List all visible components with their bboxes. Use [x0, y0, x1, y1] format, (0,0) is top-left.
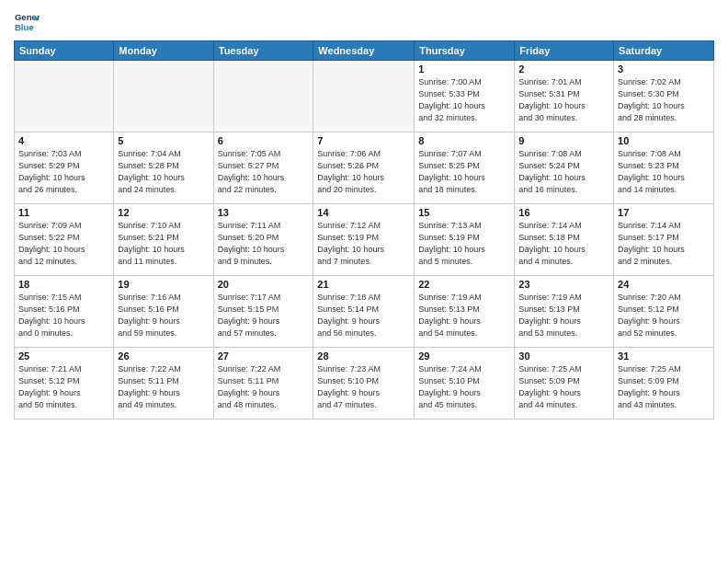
- day-number: 13: [218, 207, 310, 218]
- calendar-cell: 5Sunrise: 7:04 AM Sunset: 5:28 PM Daylig…: [114, 132, 213, 204]
- calendar-cell: 16Sunrise: 7:14 AM Sunset: 5:18 PM Dayli…: [515, 204, 614, 276]
- day-info: Sunrise: 7:18 AM Sunset: 5:14 PM Dayligh…: [317, 292, 410, 339]
- weekday-header-row: SundayMondayTuesdayWednesdayThursdayFrid…: [15, 41, 714, 61]
- calendar-cell: 4Sunrise: 7:03 AM Sunset: 5:29 PM Daylig…: [15, 132, 114, 204]
- day-number: 15: [418, 207, 510, 218]
- calendar-cell: 11Sunrise: 7:09 AM Sunset: 5:22 PM Dayli…: [15, 204, 114, 276]
- calendar-cell: 12Sunrise: 7:10 AM Sunset: 5:21 PM Dayli…: [114, 204, 213, 276]
- day-info: Sunrise: 7:16 AM Sunset: 5:16 PM Dayligh…: [118, 292, 209, 339]
- day-info: Sunrise: 7:02 AM Sunset: 5:30 PM Dayligh…: [618, 76, 710, 124]
- calendar-cell: 28Sunrise: 7:23 AM Sunset: 5:10 PM Dayli…: [313, 348, 415, 419]
- calendar-cell: 14Sunrise: 7:12 AM Sunset: 5:19 PM Dayli…: [313, 204, 415, 276]
- day-number: 4: [18, 135, 109, 146]
- day-info: Sunrise: 7:14 AM Sunset: 5:18 PM Dayligh…: [518, 220, 609, 268]
- calendar-cell: 7Sunrise: 7:06 AM Sunset: 5:26 PM Daylig…: [313, 132, 415, 204]
- calendar-cell: 31Sunrise: 7:25 AM Sunset: 5:09 PM Dayli…: [614, 348, 714, 419]
- weekday-header-thursday: Thursday: [415, 41, 515, 61]
- day-number: 24: [618, 279, 710, 290]
- calendar-cell: 30Sunrise: 7:25 AM Sunset: 5:09 PM Dayli…: [515, 348, 614, 419]
- calendar-cell: 23Sunrise: 7:19 AM Sunset: 5:13 PM Dayli…: [515, 276, 614, 348]
- day-info: Sunrise: 7:05 AM Sunset: 5:27 PM Dayligh…: [218, 148, 310, 196]
- calendar-cell: [114, 61, 213, 132]
- weekday-header-wednesday: Wednesday: [313, 41, 415, 61]
- day-number: 7: [317, 135, 410, 146]
- logo: General Blue: [14, 9, 43, 35]
- day-info: Sunrise: 7:22 AM Sunset: 5:11 PM Dayligh…: [218, 363, 310, 411]
- day-info: Sunrise: 7:12 AM Sunset: 5:19 PM Dayligh…: [317, 220, 410, 268]
- day-number: 18: [18, 279, 109, 290]
- weekday-header-sunday: Sunday: [15, 41, 114, 61]
- day-number: 6: [218, 135, 310, 146]
- calendar-cell: 2Sunrise: 7:01 AM Sunset: 5:31 PM Daylig…: [515, 61, 614, 132]
- day-number: 29: [418, 350, 510, 362]
- day-number: 10: [618, 135, 710, 146]
- calendar-cell: 8Sunrise: 7:07 AM Sunset: 5:25 PM Daylig…: [415, 132, 515, 204]
- day-number: 26: [118, 350, 209, 362]
- logo-icon: General Blue: [14, 9, 40, 35]
- day-number: 16: [518, 207, 609, 218]
- page: General Blue SundayMondayTuesdayWednesda…: [0, 0, 728, 563]
- day-info: Sunrise: 7:13 AM Sunset: 5:19 PM Dayligh…: [418, 220, 510, 268]
- svg-text:Blue: Blue: [15, 22, 34, 32]
- day-number: 17: [618, 207, 710, 218]
- day-number: 9: [518, 135, 609, 146]
- day-info: Sunrise: 7:08 AM Sunset: 5:23 PM Dayligh…: [618, 148, 710, 196]
- day-info: Sunrise: 7:10 AM Sunset: 5:21 PM Dayligh…: [118, 220, 209, 268]
- day-number: 1: [418, 63, 510, 75]
- day-info: Sunrise: 7:04 AM Sunset: 5:28 PM Dayligh…: [118, 148, 209, 196]
- calendar-cell: 17Sunrise: 7:14 AM Sunset: 5:17 PM Dayli…: [614, 204, 714, 276]
- day-info: Sunrise: 7:08 AM Sunset: 5:24 PM Dayligh…: [518, 148, 609, 196]
- calendar-cell: 15Sunrise: 7:13 AM Sunset: 5:19 PM Dayli…: [415, 204, 515, 276]
- calendar-cell: 13Sunrise: 7:11 AM Sunset: 5:20 PM Dayli…: [213, 204, 313, 276]
- calendar-cell: 3Sunrise: 7:02 AM Sunset: 5:30 PM Daylig…: [614, 61, 714, 132]
- calendar-cell: 24Sunrise: 7:20 AM Sunset: 5:12 PM Dayli…: [614, 276, 714, 348]
- calendar-week-row: 1Sunrise: 7:00 AM Sunset: 5:33 PM Daylig…: [15, 61, 714, 132]
- calendar-week-row: 18Sunrise: 7:15 AM Sunset: 5:16 PM Dayli…: [15, 276, 714, 348]
- calendar-week-row: 11Sunrise: 7:09 AM Sunset: 5:22 PM Dayli…: [15, 204, 714, 276]
- day-number: 21: [317, 279, 410, 290]
- day-number: 23: [518, 279, 609, 290]
- day-number: 20: [218, 279, 310, 290]
- weekday-header-saturday: Saturday: [614, 41, 714, 61]
- day-number: 31: [618, 350, 710, 362]
- day-number: 14: [317, 207, 410, 218]
- day-number: 28: [317, 350, 410, 362]
- day-info: Sunrise: 7:09 AM Sunset: 5:22 PM Dayligh…: [18, 220, 109, 268]
- day-info: Sunrise: 7:19 AM Sunset: 5:13 PM Dayligh…: [518, 292, 609, 339]
- calendar-cell: 21Sunrise: 7:18 AM Sunset: 5:14 PM Dayli…: [313, 276, 415, 348]
- day-info: Sunrise: 7:20 AM Sunset: 5:12 PM Dayligh…: [618, 292, 710, 339]
- day-number: 30: [518, 350, 609, 362]
- day-info: Sunrise: 7:07 AM Sunset: 5:25 PM Dayligh…: [418, 148, 510, 196]
- day-number: 12: [118, 207, 209, 218]
- day-info: Sunrise: 7:21 AM Sunset: 5:12 PM Dayligh…: [18, 363, 109, 411]
- calendar-cell: 27Sunrise: 7:22 AM Sunset: 5:11 PM Dayli…: [213, 348, 313, 419]
- day-info: Sunrise: 7:23 AM Sunset: 5:10 PM Dayligh…: [317, 363, 410, 411]
- day-info: Sunrise: 7:25 AM Sunset: 5:09 PM Dayligh…: [518, 363, 609, 411]
- header: General Blue: [14, 9, 714, 35]
- day-info: Sunrise: 7:22 AM Sunset: 5:11 PM Dayligh…: [118, 363, 209, 411]
- day-number: 11: [18, 207, 109, 218]
- day-info: Sunrise: 7:19 AM Sunset: 5:13 PM Dayligh…: [418, 292, 510, 339]
- day-number: 5: [118, 135, 209, 146]
- day-info: Sunrise: 7:11 AM Sunset: 5:20 PM Dayligh…: [218, 220, 310, 268]
- calendar-cell: 1Sunrise: 7:00 AM Sunset: 5:33 PM Daylig…: [415, 61, 515, 132]
- day-info: Sunrise: 7:25 AM Sunset: 5:09 PM Dayligh…: [618, 363, 710, 411]
- calendar-cell: [313, 61, 415, 132]
- day-info: Sunrise: 7:00 AM Sunset: 5:33 PM Dayligh…: [418, 76, 510, 124]
- day-number: 27: [218, 350, 310, 362]
- calendar-cell: 9Sunrise: 7:08 AM Sunset: 5:24 PM Daylig…: [515, 132, 614, 204]
- calendar-cell: 22Sunrise: 7:19 AM Sunset: 5:13 PM Dayli…: [415, 276, 515, 348]
- day-info: Sunrise: 7:14 AM Sunset: 5:17 PM Dayligh…: [618, 220, 710, 268]
- day-info: Sunrise: 7:01 AM Sunset: 5:31 PM Dayligh…: [518, 76, 609, 124]
- calendar-cell: [213, 61, 313, 132]
- calendar-cell: 6Sunrise: 7:05 AM Sunset: 5:27 PM Daylig…: [213, 132, 313, 204]
- day-info: Sunrise: 7:06 AM Sunset: 5:26 PM Dayligh…: [317, 148, 410, 196]
- weekday-header-friday: Friday: [515, 41, 614, 61]
- day-number: 8: [418, 135, 510, 146]
- day-number: 25: [18, 350, 109, 362]
- calendar-cell: 25Sunrise: 7:21 AM Sunset: 5:12 PM Dayli…: [15, 348, 114, 419]
- day-info: Sunrise: 7:15 AM Sunset: 5:16 PM Dayligh…: [18, 292, 109, 339]
- calendar-cell: 18Sunrise: 7:15 AM Sunset: 5:16 PM Dayli…: [15, 276, 114, 348]
- calendar-cell: [15, 61, 114, 132]
- calendar-cell: 26Sunrise: 7:22 AM Sunset: 5:11 PM Dayli…: [114, 348, 213, 419]
